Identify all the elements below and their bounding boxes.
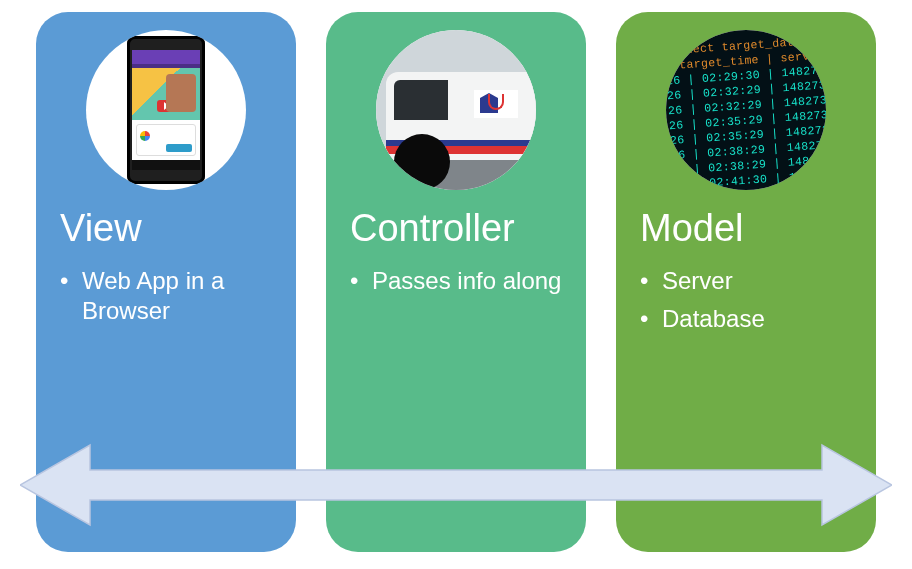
card-model-bullets: Server Database <box>640 266 852 334</box>
card-view: View Web App in a Browser <box>36 12 296 552</box>
card-controller-title: Controller <box>350 208 562 250</box>
card-controller: Controller Passes info along <box>326 12 586 552</box>
card-controller-bullet-0: Passes info along <box>350 266 562 296</box>
card-view-title: View <box>60 208 272 250</box>
card-model-bullet-1: Database <box>640 304 852 334</box>
card-model-bullet-0: Server <box>640 266 852 296</box>
card-controller-bullets: Passes info along <box>350 266 562 296</box>
mvc-cards: View Web App in a Browser Controller Pas… <box>36 12 876 552</box>
card-view-bullets: Web App in a Browser <box>60 266 272 326</box>
card-model-title: Model <box>640 208 852 250</box>
card-model: select target_date , target_time | serve… <box>616 12 876 552</box>
terminal-data-icon: select target_date , target_time | serve… <box>666 30 826 190</box>
phone-webapp-icon <box>86 30 246 190</box>
card-view-bullet-0: Web App in a Browser <box>60 266 272 326</box>
mail-truck-icon <box>376 30 536 190</box>
terminal-content: select target_date , target_time | serve… <box>666 30 826 190</box>
